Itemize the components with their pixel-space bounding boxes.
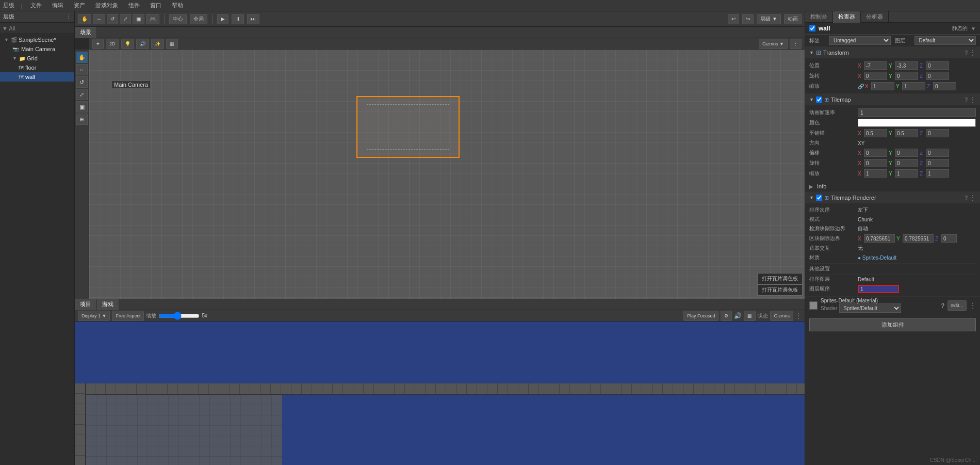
tag-select[interactable]: Untagged xyxy=(829,36,891,45)
scene-2d-btn[interactable]: 2D xyxy=(106,39,119,49)
chunk-y-input[interactable] xyxy=(903,234,934,243)
gizmos-dropdown-btn[interactable]: Gizmos xyxy=(770,311,793,321)
anchor-x-input[interactable] xyxy=(864,129,887,137)
tilemap-menu-icon[interactable]: ⋮ xyxy=(970,96,976,103)
scene-more-btn[interactable]: ⋮ xyxy=(790,39,802,49)
center-btn[interactable]: 中心 xyxy=(169,14,187,24)
tmscl-x-input[interactable] xyxy=(864,169,887,178)
play-focused-btn[interactable]: Play Focused xyxy=(683,311,719,321)
tab-project[interactable]: 项目 xyxy=(75,299,97,310)
settings-btn[interactable]: ⚙ xyxy=(721,311,732,321)
tool-scale[interactable]: ⤢ xyxy=(76,89,88,100)
rot-y-input[interactable] xyxy=(895,72,918,80)
shader-select[interactable]: Sprites/Default xyxy=(839,303,901,313)
scene-fx-btn[interactable]: ✨ xyxy=(151,39,164,49)
scene-audio-btn[interactable]: 🔊 xyxy=(136,39,149,49)
tmrot-x-input[interactable] xyxy=(864,159,887,167)
tilemap-open-btn1[interactable]: 打开瓦片调色板 xyxy=(757,273,803,284)
scale-tool[interactable]: ⤢ xyxy=(120,14,131,24)
scl-x-input[interactable] xyxy=(871,82,894,90)
off-z-input[interactable] xyxy=(926,149,949,157)
menu-window[interactable]: 窗口 xyxy=(148,2,164,9)
hierarchy-add-btn[interactable]: ▼ All xyxy=(2,25,15,31)
hierarchy-menu-btn[interactable]: ⋮ xyxy=(66,13,71,20)
off-x-input[interactable] xyxy=(864,149,887,157)
hier-samplescene[interactable]: ▼ 🎬 SampleScene* xyxy=(0,35,74,44)
tmscl-y-input[interactable] xyxy=(895,169,918,178)
scene-grid-btn[interactable]: ▦ xyxy=(166,39,178,49)
game-canvas[interactable] xyxy=(75,322,805,465)
order-in-layer-input[interactable] xyxy=(858,285,899,293)
tab-inspector[interactable]: 检查器 xyxy=(833,11,861,23)
redo-btn[interactable]: ↪ xyxy=(742,14,754,24)
menu-edit[interactable]: 编辑 xyxy=(50,2,66,9)
tmrot-z-input[interactable] xyxy=(926,159,949,167)
layout-btn[interactable]: 动画 xyxy=(784,14,802,24)
menu-file[interactable]: 文件 xyxy=(28,2,44,9)
transform-header[interactable]: ▼ ⊞ Transform ? ⋮ xyxy=(805,47,980,58)
rot-z-input[interactable] xyxy=(926,72,949,80)
material-menu-icon[interactable]: ⋮ xyxy=(970,302,976,309)
rotate-tool[interactable]: ↺ xyxy=(107,14,118,24)
anim-rate-input[interactable] xyxy=(858,108,976,117)
tmscl-z-input[interactable] xyxy=(926,169,949,178)
grid-toggle-btn[interactable]: ▦ xyxy=(744,311,756,321)
tool-rect[interactable]: ▣ xyxy=(76,101,88,113)
tilemap-open-btn2[interactable]: 打开瓦片调色板 xyxy=(757,284,803,296)
transform-tool[interactable]: 🎮 xyxy=(146,14,159,24)
menu-gameobject[interactable]: 游戏对象 xyxy=(93,2,120,9)
anchor-z-input[interactable] xyxy=(926,129,949,137)
tool-custom[interactable]: ⊕ xyxy=(76,114,88,125)
anchor-y-input[interactable] xyxy=(895,129,918,137)
tool-rotate[interactable]: ↺ xyxy=(76,76,88,88)
layers-btn[interactable]: 层级 ▼ xyxy=(757,14,781,24)
zoom-slider[interactable] xyxy=(158,313,200,319)
tool-select[interactable]: ✋ xyxy=(76,52,88,63)
hier-main-camera[interactable]: 📷 Main Camera xyxy=(0,44,74,54)
tab-console[interactable]: 控制台 xyxy=(805,11,833,23)
menu-assets[interactable]: 资产 xyxy=(72,2,87,9)
tab-game[interactable]: 游戏 xyxy=(97,299,119,310)
aspect-btn[interactable]: Free Aspect xyxy=(112,311,144,321)
scl-y-input[interactable] xyxy=(902,82,925,90)
menu-help[interactable]: 帮助 xyxy=(170,2,185,9)
off-y-input[interactable] xyxy=(895,149,918,157)
pos-x-input[interactable] xyxy=(864,61,887,70)
tab-scene[interactable]: 场景 xyxy=(75,27,97,38)
step-btn[interactable]: ⏭ xyxy=(247,14,259,24)
undo-btn[interactable]: ↩ xyxy=(728,14,739,24)
tmrot-y-input[interactable] xyxy=(895,159,918,167)
tool-move[interactable]: ↔ xyxy=(76,64,88,75)
pos-z-input[interactable] xyxy=(926,61,949,70)
color-swatch[interactable] xyxy=(858,119,976,127)
rot-x-input[interactable] xyxy=(864,72,887,80)
edit-material-btn[interactable]: Edit... xyxy=(948,300,967,311)
pos-y-input[interactable] xyxy=(895,61,918,70)
rect-tool[interactable]: ▣ xyxy=(133,14,144,24)
scl-z-input[interactable] xyxy=(933,82,956,90)
hier-wall[interactable]: 🗺 wall xyxy=(0,72,74,82)
scene-light-btn[interactable]: 💡 xyxy=(121,39,134,49)
tr-menu-icon[interactable]: ⋮ xyxy=(970,194,976,201)
chunk-z-input[interactable] xyxy=(941,234,957,243)
scene-gizmos-btn[interactable]: Gizmos ▼ xyxy=(759,39,788,49)
move-tool[interactable]: ↔ xyxy=(93,14,105,24)
global-btn[interactable]: 全局 xyxy=(190,14,207,24)
scene-canvas[interactable]: Main Camera 打开瓦片调色板 打开瓦片调色板 xyxy=(89,50,805,299)
play-btn[interactable]: ▶ xyxy=(217,14,228,24)
hand-tool[interactable]: ✋ xyxy=(78,14,91,24)
add-component-btn[interactable]: 添加组件 xyxy=(809,318,976,331)
tilemap-renderer-header[interactable]: ▼ ⊞ Tilemap Renderer ? ⋮ xyxy=(805,192,980,203)
hier-floor[interactable]: 🗺 floor xyxy=(0,63,74,72)
tilemap-header[interactable]: ▼ ⊞ Tilemap ? ⋮ xyxy=(805,94,980,105)
chunk-x-input[interactable] xyxy=(864,234,895,243)
layer-select[interactable]: Default xyxy=(914,36,976,45)
pause-btn[interactable]: ⏸ xyxy=(232,14,244,24)
tab-profiler[interactable]: 分析器 xyxy=(861,11,889,23)
object-enabled-checkbox[interactable] xyxy=(809,25,815,31)
menu-component[interactable]: 组件 xyxy=(126,2,142,9)
tilemap-enabled[interactable] xyxy=(816,97,822,103)
scene-shading-btn[interactable]: ✦ xyxy=(92,39,104,49)
tr-enabled[interactable] xyxy=(816,195,822,201)
display-btn[interactable]: Display 1 ▼ xyxy=(78,311,110,321)
